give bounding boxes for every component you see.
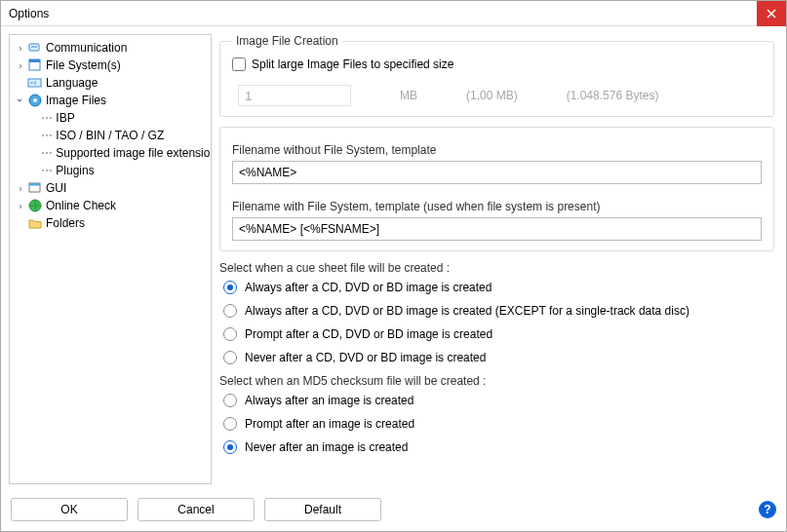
split-mb-display: (1,00 MB) [466, 89, 518, 102]
tree-label: GUI [46, 181, 66, 195]
tree-label: Language [46, 76, 98, 90]
tree-connector: ⋯ [41, 111, 53, 125]
cue-option-never[interactable]: Never after a CD, DVD or BD image is cre… [223, 351, 774, 364]
template-nofs-input[interactable] [232, 161, 762, 184]
radio-label: Prompt after a CD, DVD or BD image is cr… [245, 327, 492, 341]
group-legend: Image File Creation [232, 34, 342, 48]
tree-item-ibp[interactable]: ⋯ IBP [10, 109, 212, 127]
expand-placeholder [14, 216, 27, 230]
radio-icon [223, 440, 237, 454]
close-button[interactable] [757, 1, 786, 26]
radio-label: Never after a CD, DVD or BD image is cre… [245, 351, 486, 364]
radio-icon [223, 351, 237, 364]
tree-item-online-check[interactable]: › Online Check [10, 197, 212, 214]
tree-item-plugins[interactable]: ⋯ Plugins [10, 162, 212, 179]
expand-icon[interactable]: › [14, 199, 27, 212]
radio-label: Always after an image is created [245, 394, 413, 407]
expand-icon[interactable]: › [14, 58, 27, 72]
ok-button[interactable]: OK [11, 498, 128, 521]
tree-item-gui[interactable]: › GUI [10, 179, 212, 197]
svg-point-5 [33, 98, 37, 102]
cancel-button[interactable]: Cancel [138, 498, 255, 521]
cue-heading: Select when a cue sheet file will be cre… [219, 261, 774, 275]
md5-option-never[interactable]: Never after an image is created [223, 440, 774, 454]
image-file-creation-group: Image File Creation Split large Image Fi… [219, 34, 774, 117]
folders-icon [27, 215, 43, 231]
template-nofs-label: Filename without File System, template [232, 143, 762, 157]
split-files-checkbox[interactable] [232, 57, 246, 71]
online-check-icon [27, 198, 43, 213]
tree-label: Plugins [56, 164, 94, 177]
radio-label: Always after a CD, DVD or BD image is cr… [245, 304, 689, 318]
options-window: Options › Communication › File System(s) [0, 0, 787, 532]
settings-panel: Image File Creation Split large Image Fi… [219, 34, 778, 484]
radio-icon [223, 304, 237, 318]
radio-label: Always after a CD, DVD or BD image is cr… [245, 281, 492, 294]
tree-item-iso-bin-tao-gz[interactable]: ⋯ ISO / BIN / TAO / GZ [10, 127, 212, 144]
expand-icon[interactable]: › [14, 41, 27, 55]
navigation-tree[interactable]: › Communication › File System(s) Languag… [9, 34, 212, 484]
tree-item-filesystems[interactable]: › File System(s) [10, 57, 212, 74]
split-size-input[interactable] [238, 85, 351, 106]
radio-icon [223, 394, 237, 407]
tree-label: ISO / BIN / TAO / GZ [56, 129, 164, 142]
default-button[interactable]: Default [264, 498, 381, 521]
svg-rect-7 [29, 183, 40, 186]
tree-label: Folders [46, 216, 85, 230]
language-icon [27, 75, 43, 91]
split-bytes-display: (1.048.576 Bytes) [567, 89, 659, 102]
close-icon [767, 9, 776, 19]
titlebar: Options [1, 1, 786, 26]
tree-label: Image Files [46, 94, 106, 107]
tree-connector: ⋯ [41, 146, 53, 160]
md5-option-always[interactable]: Always after an image is created [223, 394, 774, 407]
radio-icon [223, 281, 237, 294]
tree-label: Online Check [46, 199, 116, 212]
collapse-icon[interactable]: › [14, 94, 27, 107]
dialog-body: › Communication › File System(s) Languag… [1, 26, 786, 492]
radio-label: Prompt after an image is created [245, 417, 414, 431]
cue-option-always[interactable]: Always after a CD, DVD or BD image is cr… [223, 281, 774, 294]
radio-icon [223, 327, 237, 341]
tree-label: Supported image file extensions [56, 146, 212, 160]
communication-icon [27, 40, 43, 56]
imagefiles-icon [27, 93, 43, 108]
md5-heading: Select when an MD5 checksum file will be… [219, 374, 774, 388]
tree-connector: ⋯ [41, 129, 53, 142]
help-button[interactable]: ? [759, 501, 776, 518]
tree-label: Communication [46, 41, 127, 55]
template-withfs-input[interactable] [232, 217, 762, 241]
expand-placeholder [14, 76, 27, 90]
tree-item-supported-extensions[interactable]: ⋯ Supported image file extensions [10, 144, 212, 162]
split-unit-label: MB [400, 89, 417, 102]
cue-option-always-except[interactable]: Always after a CD, DVD or BD image is cr… [223, 304, 774, 318]
md5-option-prompt[interactable]: Prompt after an image is created [223, 417, 774, 431]
tree-item-folders[interactable]: Folders [10, 214, 212, 232]
expand-icon[interactable]: › [14, 181, 27, 195]
template-withfs-label: Filename with File System, template (use… [232, 200, 762, 213]
tree-item-imagefiles[interactable]: › Image Files [10, 92, 212, 109]
window-title: Options [9, 7, 757, 20]
svg-rect-2 [29, 59, 40, 62]
gui-icon [27, 180, 43, 196]
filename-templates-group: Filename without File System, template F… [219, 127, 774, 251]
dialog-footer: OK Cancel Default ? [1, 492, 786, 531]
tree-label: File System(s) [46, 58, 121, 72]
split-files-label: Split large Image Files to specified siz… [252, 57, 453, 71]
tree-connector: ⋯ [41, 164, 53, 177]
tree-item-communication[interactable]: › Communication [10, 39, 212, 57]
cue-option-prompt[interactable]: Prompt after a CD, DVD or BD image is cr… [223, 327, 774, 341]
filesystem-icon [27, 57, 43, 73]
radio-icon [223, 417, 237, 431]
radio-label: Never after an image is created [245, 440, 408, 454]
tree-item-language[interactable]: Language [10, 74, 212, 92]
tree-label: IBP [56, 111, 74, 125]
